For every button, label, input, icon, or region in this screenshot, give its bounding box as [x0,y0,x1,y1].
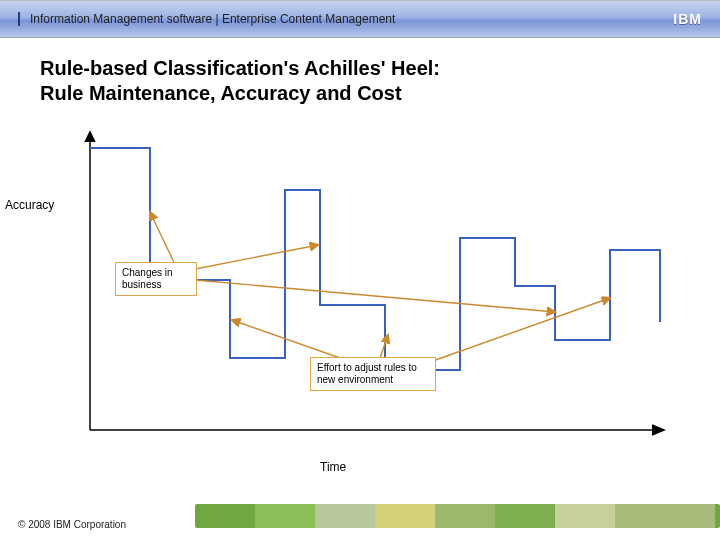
arrows-changes [150,212,555,312]
title-line-1: Rule-based Classification's Achilles' He… [40,57,440,79]
footer-strip-graphic [195,504,720,528]
callout-effort: Effort to adjust rules to new environmen… [310,357,436,391]
footer: © 2008 IBM Corporation [0,504,720,540]
y-axis-label: Accuracy [5,198,54,212]
slide-header: Information Management software | Enterp… [0,0,720,38]
pipe-icon [18,12,20,26]
arrows-effort [232,298,610,365]
ibm-logo: IBM [673,11,702,27]
accuracy-line [90,148,660,370]
callout-changes: Changes in business [115,262,197,296]
svg-line-7 [430,298,610,362]
x-axis-label: Time [320,460,346,474]
header-text: Information Management software | Enterp… [30,12,395,26]
svg-line-4 [195,280,555,312]
header-left: Information Management software | Enterp… [18,12,395,26]
title-line-2: Rule Maintenance, Accuracy and Cost [40,82,402,104]
page-title: Rule-based Classification's Achilles' He… [40,56,680,106]
copyright: © 2008 IBM Corporation [18,519,126,530]
svg-line-3 [190,245,318,270]
